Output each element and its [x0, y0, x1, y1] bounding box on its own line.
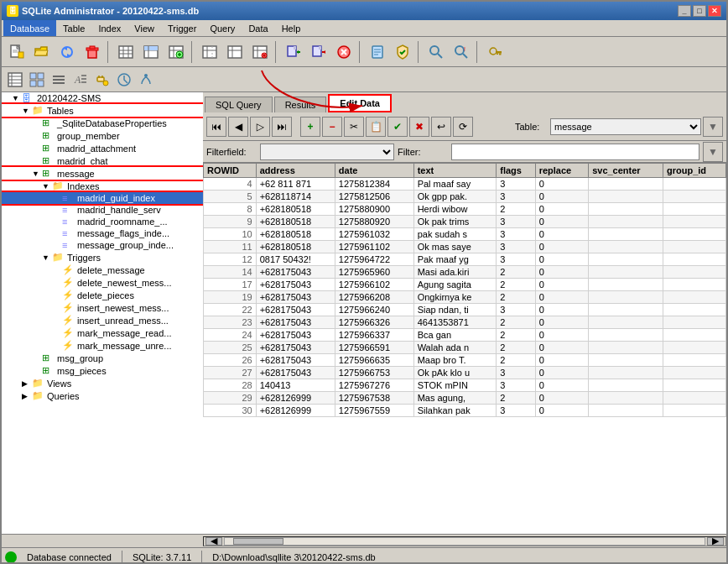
- tree-item-delete_pieces[interactable]: ⚡delete_pieces: [2, 289, 203, 301]
- table-row[interactable]: 23+6281750431275966326464135387120: [204, 316, 726, 329]
- view-btn3[interactable]: [49, 70, 69, 90]
- menu-table[interactable]: Table: [56, 20, 91, 36]
- table-row[interactable]: 26+6281750431275966635Maap bro T.20: [204, 354, 726, 367]
- tree-item-db[interactable]: ▼🗄20120422-SMS: [2, 92, 203, 104]
- maximize-button[interactable]: □: [693, 5, 706, 17]
- export-btn[interactable]: [307, 40, 330, 64]
- table-row[interactable]: 11+6281805181275961102Ok mas saye30: [204, 241, 726, 253]
- filter-input[interactable]: [451, 144, 699, 160]
- tree-item-indexes[interactable]: ▼📁Indexes: [2, 180, 203, 192]
- filterfield-select[interactable]: [260, 144, 394, 160]
- tree-item-views[interactable]: ▶📁Views: [2, 377, 203, 389]
- tab-edit-data[interactable]: Edit Data: [328, 94, 392, 112]
- view-btn6[interactable]: [114, 70, 134, 90]
- tree-item-queries[interactable]: ▶📁Queries: [2, 389, 203, 402]
- tree-view[interactable]: ▼🗄20120422-SMS▼📁Tables⊞_SqliteDatabasePr…: [2, 92, 203, 534]
- tree-item-madrid_attach[interactable]: ⊞madrid_attachment: [2, 142, 203, 154]
- table-btn3[interactable]: [164, 40, 188, 64]
- table-row[interactable]: 4+62 811 8711275812384Pal maaf say30: [204, 178, 726, 191]
- tree-item-group_member[interactable]: ⊞group_member: [2, 129, 203, 142]
- table-row[interactable]: 24+6281750431275966337Bca gan20: [204, 329, 726, 342]
- table-row[interactable]: 8+6281805181275880900Herdi wibow20: [204, 203, 726, 216]
- tree-item-msg_group[interactable]: ⊞msg_group: [2, 352, 203, 364]
- view-btn4[interactable]: A: [70, 70, 91, 90]
- open-db-button[interactable]: [30, 40, 54, 64]
- scroll-right-btn[interactable]: ▶: [707, 537, 724, 546]
- key-btn[interactable]: [483, 40, 507, 64]
- tree-item-msg_pieces[interactable]: ⊞msg_pieces: [2, 364, 203, 377]
- copy-record-button[interactable]: 📋: [366, 117, 386, 137]
- prev-record-button[interactable]: ◀: [228, 117, 248, 137]
- tree-item-madrid_guid_index[interactable]: ≡madrid_guid_index: [2, 192, 203, 204]
- table-row[interactable]: 120817 50432!1275964722Pak maaf yg30: [204, 253, 726, 266]
- cancel-btn[interactable]: [332, 40, 356, 64]
- tree-item-message_flags_inde[interactable]: ≡message_flags_inde...: [2, 227, 203, 239]
- tree-item-madrid_chat[interactable]: ⊞madrid_chat: [2, 154, 203, 167]
- remove-record-button[interactable]: −: [322, 117, 342, 137]
- table-row[interactable]: 14+6281750431275965960Masi ada.kiri20: [204, 266, 726, 279]
- confirm-button[interactable]: ✔: [387, 117, 408, 137]
- menu-help[interactable]: Help: [275, 20, 308, 36]
- menu-index[interactable]: Index: [91, 20, 127, 36]
- tree-item-insert_unread_mess[interactable]: ⚡insert_unread_mess...: [2, 314, 203, 326]
- new-db-button[interactable]: [5, 40, 29, 64]
- tree-item-sqliteprops[interactable]: ⊞_SqliteDatabaseProperties: [2, 117, 203, 129]
- undo-button[interactable]: ↩: [431, 117, 451, 137]
- refresh-data-button[interactable]: ⟳: [453, 117, 473, 137]
- search-btn[interactable]: [424, 40, 448, 64]
- cancel-edit-button[interactable]: ✖: [409, 117, 429, 137]
- close-button[interactable]: ✕: [708, 5, 721, 17]
- table-row[interactable]: 5+6281187141275812506Ok gpp pak.30: [204, 191, 726, 203]
- tree-item-delete_message[interactable]: ⚡delete_message: [2, 264, 203, 276]
- view-btn7[interactable]: [136, 70, 156, 90]
- minimize-button[interactable]: _: [678, 5, 691, 17]
- data-grid[interactable]: ROWID address date text flags replace sv…: [203, 163, 726, 534]
- pack-btn[interactable]: [366, 40, 389, 64]
- table-select[interactable]: message: [550, 118, 701, 135]
- scroll-left-btn[interactable]: ◀: [205, 537, 222, 546]
- table-row[interactable]: 281404131275967276STOK mPIN30: [204, 379, 726, 392]
- scroll-thumb[interactable]: [233, 538, 283, 545]
- col-btn1[interactable]: [198, 40, 221, 64]
- integrity-btn[interactable]: [391, 40, 414, 64]
- first-record-button[interactable]: ⏮: [206, 117, 226, 137]
- menu-query[interactable]: Query: [203, 20, 242, 36]
- tree-item-tables[interactable]: ▼📁Tables: [2, 104, 203, 117]
- col-btn2[interactable]: [223, 40, 247, 64]
- table-row[interactable]: 30+6281269991275967559Silahkan pak30: [204, 405, 726, 417]
- filter-apply-btn[interactable]: ▼: [703, 142, 723, 162]
- table-btn2[interactable]: [139, 40, 163, 64]
- menu-database[interactable]: Database: [3, 20, 56, 36]
- tree-item-insert_newest_mess[interactable]: ⚡insert_newest_mess...: [2, 301, 203, 314]
- menu-trigger[interactable]: Trigger: [161, 20, 203, 36]
- menu-view[interactable]: View: [127, 20, 161, 36]
- delete-button[interactable]: [81, 40, 104, 64]
- menu-data[interactable]: Data: [242, 20, 274, 36]
- search2-btn[interactable]: !: [450, 40, 473, 64]
- last-record-button[interactable]: ⏭: [272, 117, 292, 137]
- import-btn[interactable]: [282, 40, 305, 64]
- tree-item-delete_newest_mess[interactable]: ⚡delete_newest_mess...: [2, 276, 203, 289]
- cut-record-button[interactable]: ✂: [344, 117, 364, 137]
- view-btn2[interactable]: [27, 70, 47, 90]
- next-record-button[interactable]: ◁: [250, 117, 270, 137]
- table-row[interactable]: 25+6281750431275966591Walah ada n20: [204, 342, 726, 354]
- col-btn3[interactable]: [248, 40, 272, 64]
- tree-item-mark_message_unre[interactable]: ⚡mark_message_unre...: [2, 339, 203, 352]
- tree-item-madrid_handle_serv[interactable]: ≡madrid_handle_serv: [2, 204, 203, 216]
- table-row[interactable]: 22+6281750431275966240Siap ndan, ti30: [204, 304, 726, 316]
- scroll-track[interactable]: [224, 537, 705, 546]
- view-btn5[interactable]: [92, 70, 112, 90]
- table-filter-btn[interactable]: ▼: [703, 117, 723, 137]
- table-row[interactable]: 10+6281805181275961032pak sudah s30: [204, 228, 726, 241]
- view-btn1[interactable]: [5, 70, 25, 90]
- refresh-button[interactable]: [55, 40, 79, 64]
- tree-item-triggers[interactable]: ▼📁Triggers: [2, 251, 203, 264]
- table-row[interactable]: 17+6281750431275966102Agung sagita20: [204, 279, 726, 291]
- add-record-button[interactable]: +: [300, 117, 320, 137]
- table-btn1[interactable]: [114, 40, 138, 64]
- tree-item-madrid_roomname[interactable]: ≡madrid_roomname_...: [2, 216, 203, 227]
- tree-item-message[interactable]: ▼⊞message: [2, 167, 203, 180]
- tab-results[interactable]: Results: [274, 97, 327, 112]
- table-row[interactable]: 19+6281750431275966208Ongkirnya ke20: [204, 291, 726, 304]
